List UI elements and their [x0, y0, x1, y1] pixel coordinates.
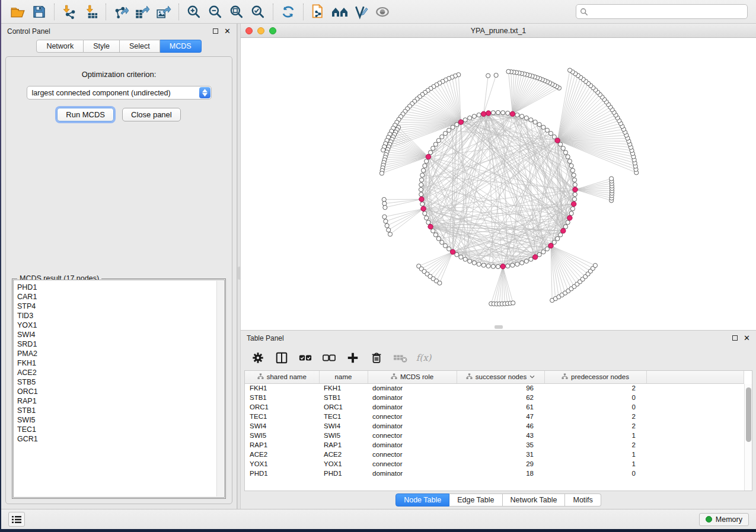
ring-node[interactable] — [468, 116, 472, 120]
result-node-item[interactable]: STB5 — [17, 377, 224, 387]
ring-node[interactable] — [468, 259, 472, 263]
ring-node[interactable] — [573, 182, 577, 187]
import-table-button[interactable] — [80, 2, 101, 21]
leaf-node[interactable] — [486, 73, 490, 78]
ring-node[interactable] — [477, 262, 481, 266]
zoom-fit-button[interactable] — [226, 2, 247, 21]
table-row[interactable]: RAP1RAP1dominator352 — [245, 440, 744, 450]
tab-style[interactable]: Style — [84, 40, 120, 53]
run-mcds-button[interactable]: Run MCDS — [57, 108, 114, 121]
table-row[interactable]: YOX1YOX1connector291 — [245, 459, 744, 469]
leaf-node[interactable] — [382, 214, 387, 219]
result-node-item[interactable]: SWI4 — [17, 330, 224, 339]
ring-node[interactable] — [524, 259, 528, 263]
ring-node[interactable] — [572, 173, 576, 177]
export-image-button[interactable] — [153, 2, 174, 21]
select-all-rows-button[interactable] — [296, 349, 314, 367]
show-hide-button[interactable] — [372, 2, 393, 21]
ring-node[interactable] — [506, 111, 510, 115]
result-node-item[interactable]: SWI5 — [17, 415, 224, 425]
ring-node[interactable] — [537, 252, 541, 257]
table-scrollbar[interactable] — [744, 384, 752, 491]
ring-node[interactable] — [463, 118, 467, 122]
ring-node[interactable] — [419, 193, 423, 197]
ring-node[interactable] — [431, 229, 435, 233]
open-file-button[interactable] — [7, 2, 28, 21]
leaf-node[interactable] — [438, 281, 442, 285]
ring-node[interactable] — [541, 125, 546, 129]
zoom-in-button[interactable] — [183, 2, 205, 21]
ring-node[interactable] — [563, 150, 567, 155]
mcds-hub-node[interactable] — [428, 224, 433, 229]
leaf-node[interactable] — [610, 177, 614, 181]
ring-node[interactable] — [419, 178, 423, 182]
ring-node[interactable] — [459, 255, 463, 259]
ring-node[interactable] — [431, 146, 435, 150]
ring-node[interactable] — [443, 132, 447, 136]
leaf-node[interactable] — [593, 263, 597, 267]
leaf-node[interactable] — [379, 171, 384, 175]
column-header-name[interactable]: name — [319, 371, 368, 383]
leaf-node[interactable] — [506, 69, 511, 73]
ring-node[interactable] — [481, 263, 486, 267]
column-header-shared-name[interactable]: shared name — [245, 371, 319, 383]
table-row[interactable]: FKH1FKH1dominator962 — [245, 383, 744, 393]
ring-node[interactable] — [533, 120, 537, 124]
table-settings-button[interactable] — [249, 349, 267, 367]
close-panel-button[interactable]: Close panel — [122, 108, 181, 121]
ring-node[interactable] — [420, 202, 425, 206]
delete-column-button[interactable] — [368, 349, 385, 367]
ring-node[interactable] — [425, 159, 429, 164]
result-node-item[interactable]: SRD1 — [17, 339, 224, 349]
ring-node[interactable] — [486, 264, 490, 268]
ring-node[interactable] — [423, 211, 427, 216]
ring-node[interactable] — [520, 261, 524, 265]
layout-button[interactable] — [329, 2, 350, 21]
result-node-item[interactable]: TEC1 — [17, 425, 224, 434]
network-canvas[interactable] — [241, 38, 756, 330]
leaf-node[interactable] — [383, 206, 387, 210]
mcds-hub-node[interactable] — [532, 255, 537, 259]
ring-node[interactable] — [566, 155, 570, 159]
ring-node[interactable] — [573, 193, 577, 197]
zoom-selected-button[interactable] — [247, 2, 269, 21]
ring-node[interactable] — [501, 111, 505, 115]
ring-node[interactable] — [477, 113, 481, 117]
table-row[interactable]: SWI4SWI4dominator462 — [245, 421, 744, 431]
ring-node[interactable] — [433, 142, 438, 146]
horizontal-splitter-grip[interactable] — [495, 325, 503, 329]
ring-node[interactable] — [421, 168, 425, 172]
ring-node[interactable] — [443, 243, 447, 248]
result-node-item[interactable]: RAP1 — [17, 396, 224, 406]
ring-node[interactable] — [496, 110, 500, 114]
ring-node[interactable] — [569, 211, 573, 216]
leaf-node[interactable] — [387, 228, 391, 232]
ring-node[interactable] — [506, 264, 510, 268]
result-node-item[interactable]: ORC1 — [17, 387, 224, 396]
ring-node[interactable] — [545, 128, 549, 132]
leaf-node[interactable] — [567, 68, 572, 72]
ring-node[interactable] — [556, 236, 560, 241]
table-row[interactable]: PHD1PHD1dominator180 — [245, 469, 744, 478]
mcds-hub-node[interactable] — [500, 264, 505, 269]
mcds-hub-node[interactable] — [571, 201, 576, 206]
ring-node[interactable] — [524, 116, 528, 120]
close-panel-icon[interactable]: ✕ — [224, 28, 231, 34]
ring-node[interactable] — [563, 225, 567, 229]
save-session-button[interactable] — [28, 2, 50, 21]
column-header-MCDS-role[interactable]: MCDS role — [368, 371, 457, 383]
ring-node[interactable] — [419, 182, 423, 187]
leaf-node[interactable] — [388, 232, 392, 236]
column-header-predecessor-nodes[interactable]: predecessor nodes — [544, 371, 646, 383]
ring-node[interactable] — [572, 178, 576, 182]
ring-node[interactable] — [541, 250, 546, 254]
result-node-item[interactable]: PMA2 — [17, 349, 224, 358]
close-panel-icon[interactable]: ✕ — [744, 335, 750, 341]
ring-node[interactable] — [472, 114, 476, 118]
table-scrollbar-thumb[interactable] — [746, 387, 751, 442]
leaf-node[interactable] — [494, 73, 498, 77]
mcds-hub-node[interactable] — [555, 138, 560, 143]
leaf-node[interactable] — [382, 201, 387, 206]
ring-node[interactable] — [436, 139, 441, 143]
leaf-node[interactable] — [511, 301, 515, 305]
